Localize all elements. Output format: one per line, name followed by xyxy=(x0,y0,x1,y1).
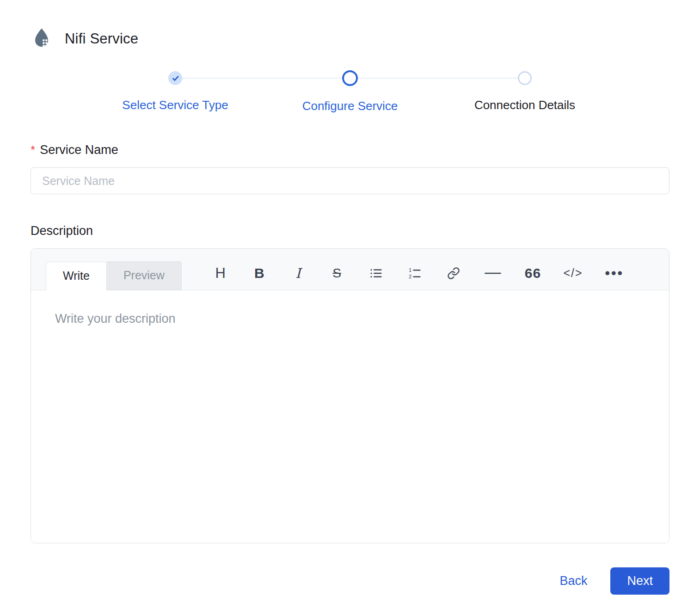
svg-text:2: 2 xyxy=(408,274,411,279)
nifi-drop-icon xyxy=(31,27,53,51)
editor-body xyxy=(31,290,669,543)
page-title: Nifi Service xyxy=(65,31,138,47)
description-label: Description xyxy=(31,224,93,238)
step-configure-service: Configure Service xyxy=(263,71,437,113)
step-active-icon xyxy=(342,70,358,86)
step-connection-details: Connection Details xyxy=(437,71,612,113)
step-completed-check-icon xyxy=(168,71,182,85)
service-name-label: Service Name xyxy=(40,143,118,157)
nifi-service-wizard: Nifi Service Select Service Type Configu… xyxy=(0,0,700,595)
heading-icon[interactable]: H xyxy=(212,264,229,283)
editor-toolbar: H B I S 1 2 xyxy=(182,264,669,283)
step-label-configure-service: Configure Service xyxy=(302,99,398,113)
editor-tabs: Write Preview xyxy=(46,261,182,290)
numbered-list-icon[interactable]: 1 2 xyxy=(406,264,423,283)
service-name-label-row: * Service Name xyxy=(31,143,669,157)
bold-icon[interactable]: B xyxy=(251,264,268,283)
description-editor: Write Preview H B I S xyxy=(31,248,669,543)
service-name-input[interactable] xyxy=(31,167,669,194)
step-label-select-service-type: Select Service Type xyxy=(122,98,228,112)
description-label-row: Description xyxy=(31,224,669,238)
back-button[interactable]: Back xyxy=(559,574,587,588)
tab-preview[interactable]: Preview xyxy=(107,261,182,290)
link-icon[interactable] xyxy=(445,264,462,283)
quote-icon[interactable]: 66 xyxy=(524,264,541,283)
stepper: Select Service Type Configure Service Co… xyxy=(88,71,612,113)
svg-text:1: 1 xyxy=(408,267,411,272)
editor-toolbar-bar: Write Preview H B I S xyxy=(31,249,669,290)
next-button[interactable]: Next xyxy=(610,567,669,595)
bulleted-list-icon[interactable] xyxy=(368,264,384,283)
step-select-service-type: Select Service Type xyxy=(88,71,263,113)
footer-actions: Back Next xyxy=(31,567,669,595)
step-label-connection-details: Connection Details xyxy=(474,98,575,112)
strikethrough-icon[interactable]: S xyxy=(329,264,345,283)
required-asterisk: * xyxy=(31,143,35,157)
page-header: Nifi Service xyxy=(31,27,669,51)
code-icon[interactable]: </> xyxy=(563,264,583,283)
more-options-icon[interactable]: ••• xyxy=(605,264,624,283)
italic-icon[interactable]: I xyxy=(290,264,307,283)
horizontal-rule-icon[interactable] xyxy=(484,264,502,283)
description-textarea[interactable] xyxy=(31,290,669,543)
step-pending-icon xyxy=(518,71,532,85)
tab-write[interactable]: Write xyxy=(46,262,107,290)
